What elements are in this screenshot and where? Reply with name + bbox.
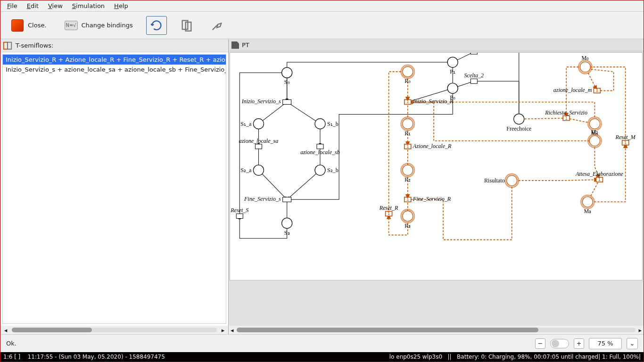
right-pane: PT Inizio_Servizio_sazione_locale_saazio… <box>229 39 644 334</box>
right-pane-title: PT <box>242 41 249 49</box>
svg-text:Reset_M: Reset_M <box>615 134 636 140</box>
change-bindings-button[interactable]: N=√ Change bindings <box>60 15 137 36</box>
scroll-left-icon[interactable]: ◂ <box>2 327 9 333</box>
svg-text:1: 1 <box>406 99 409 104</box>
svg-text:Azione_locale_R: Azione_locale_R <box>413 143 452 149</box>
svg-text:S₃: S₃ <box>284 230 290 236</box>
petri-net-canvas[interactable]: Inizio_Servizio_sazione_locale_saazione_… <box>230 52 643 280</box>
toolbar: Close. N=√ Change bindings <box>0 12 644 39</box>
refresh-icon <box>150 19 163 32</box>
svg-point-65 <box>403 165 413 175</box>
svg-point-85 <box>582 197 593 207</box>
left-hscrollbar[interactable]: ◂ ▸ <box>0 326 228 334</box>
menu-file[interactable]: FFileile <box>2 1 22 10</box>
svg-text:R₃: R₃ <box>405 222 411 229</box>
svg-point-46 <box>315 119 325 129</box>
os-status-right: lo enp0s25 wlp3s0 || Battery: 0: Chargin… <box>389 354 641 360</box>
zoom-select[interactable]: 75 % <box>589 338 622 349</box>
svg-point-48 <box>253 165 264 175</box>
change-bindings-label: Change bindings <box>82 22 133 29</box>
document-icon <box>231 41 239 49</box>
menu-view[interactable]: ViewView <box>43 1 67 10</box>
pages-icon <box>180 19 193 32</box>
svg-point-73 <box>507 175 517 186</box>
svg-text:Inizio_Servizio_s: Inizio_Servizio_s <box>241 98 281 105</box>
svg-text:S₀: S₀ <box>284 79 290 85</box>
scroll-right-icon[interactable]: ▸ <box>638 327 642 334</box>
right-scroll-thumb[interactable] <box>237 328 538 332</box>
svg-rect-6 <box>255 144 262 149</box>
scroll-left-icon[interactable]: ◂ <box>231 327 234 334</box>
tsemiflow-list[interactable]: Inizio_Servizio_R + Azione_locale_R + Fi… <box>2 54 226 324</box>
right-bottom-area: ◂ ▸ <box>229 281 644 334</box>
change-bindings-icon: N=√ <box>64 18 79 33</box>
status-bar: Ok. − + 75 % ⌄ <box>0 334 644 352</box>
left-pane: T-semiflows: Inizio_Servizio_R + Azione_… <box>0 39 229 334</box>
os-status-left: 1:6 [ ] 11:17:55 - (Sun 03 May, 05.2020)… <box>3 354 165 360</box>
svg-text:1: 1 <box>406 197 409 202</box>
svg-text:Risultato: Risultato <box>484 177 505 184</box>
left-scroll-thumb[interactable] <box>12 328 92 332</box>
svg-point-68 <box>403 211 413 221</box>
svg-text:P₁: P₁ <box>450 68 455 75</box>
svg-text:Fine_Servizio_R: Fine_Servizio_R <box>413 196 451 202</box>
scroll-right-icon[interactable]: ▸ <box>220 327 226 333</box>
svg-rect-10 <box>283 197 291 202</box>
svg-text:Freechoice: Freechoice <box>506 125 531 132</box>
svg-text:1: 1 <box>388 211 390 216</box>
svg-text:Reset_R: Reset_R <box>379 205 398 211</box>
close-button[interactable]: Close. <box>6 15 50 36</box>
content-area: T-semiflows: Inizio_Servizio_R + Azione_… <box>0 39 644 334</box>
toolbar-button-4[interactable] <box>176 16 197 35</box>
svg-rect-16 <box>471 79 477 83</box>
menu-bar: FFileile EditEdit ViewView SimulationSim… <box>0 0 644 12</box>
svg-text:S₂_a: S₂_a <box>240 167 252 173</box>
svg-text:M₃: M₃ <box>584 208 591 214</box>
svg-text:1: 1 <box>565 116 568 121</box>
right-pane-header: PT <box>229 39 644 51</box>
svg-text:R₁: R₁ <box>405 130 411 137</box>
close-icon <box>10 18 25 33</box>
svg-text:S₂_b: S₂_b <box>327 167 339 173</box>
svg-point-76 <box>580 62 590 72</box>
menu-edit[interactable]: EditEdit <box>22 1 43 10</box>
svg-text:azione_locale_sb: azione_locale_sb <box>300 149 340 156</box>
svg-rect-3 <box>8 42 11 49</box>
list-row-0[interactable]: Inizio_Servizio_R + Azione_locale_R + Fi… <box>3 55 226 65</box>
svg-point-44 <box>253 119 264 129</box>
svg-text:R₂: R₂ <box>405 176 411 183</box>
svg-rect-4 <box>283 99 291 104</box>
menu-help[interactable]: HelpHelp <box>109 1 133 10</box>
toolbar-button-5[interactable] <box>206 16 227 35</box>
svg-rect-14 <box>471 53 477 54</box>
svg-text:Reset_S: Reset_S <box>230 207 248 214</box>
menu-simulation[interactable]: SimulationSimulation <box>67 1 109 10</box>
right-hscrollbar[interactable]: ◂ ▸ <box>229 326 644 334</box>
svg-text:Inizio_Servizio_R: Inizio_Servizio_R <box>413 98 454 105</box>
svg-text:Scelta_2: Scelta_2 <box>464 72 484 79</box>
svg-rect-8 <box>317 144 323 149</box>
svg-point-82 <box>589 136 600 146</box>
svg-point-50 <box>315 165 325 175</box>
toolbar-button-3[interactable] <box>146 16 167 35</box>
left-pane-title: T-semiflows: <box>16 42 53 49</box>
svg-text:S₁_b: S₁_b <box>327 121 339 127</box>
svg-text:R₀: R₀ <box>405 78 411 84</box>
zoom-out-button[interactable]: − <box>535 338 545 349</box>
zoom-in-button[interactable]: + <box>574 338 584 349</box>
list-row-1[interactable]: Inizio_Servizio_s + azione_locale_sa + a… <box>3 65 226 74</box>
svg-text:Attesa_Elaborazione: Attesa_Elaborazione <box>575 171 624 177</box>
svg-text:Richiesta_Servizio: Richiesta_Servizio <box>545 109 587 116</box>
svg-text:Fine_Servizio_s: Fine_Servizio_s <box>244 196 281 202</box>
left-pane-header: T-semiflows: <box>0 39 228 52</box>
svg-text:1: 1 <box>406 144 409 149</box>
zoom-toggle[interactable] <box>550 339 569 348</box>
svg-point-54 <box>447 57 458 67</box>
svg-text:P₀: P₀ <box>450 94 455 101</box>
status-message: Ok. <box>6 340 17 347</box>
zoom-dropdown-button[interactable]: ⌄ <box>627 338 638 349</box>
svg-point-59 <box>403 66 413 77</box>
svg-text:S₁_a: S₁_a <box>240 121 252 127</box>
svg-text:1: 1 <box>598 177 601 182</box>
svg-text:M₂: M₂ <box>591 129 599 135</box>
